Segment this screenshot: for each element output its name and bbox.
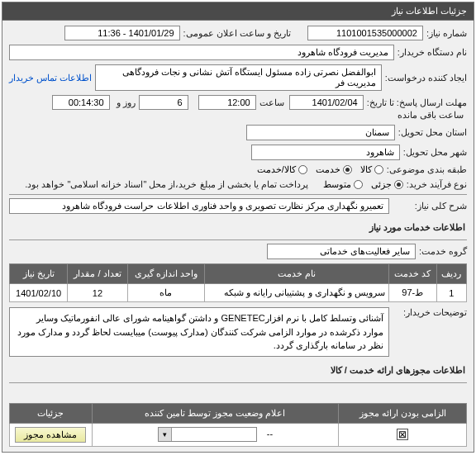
permit-required-cell: ⊠ [339, 423, 467, 446]
subject-type-group: کالا خدمت کالا/خدمت [257, 164, 383, 175]
view-permit-button[interactable]: مشاهده مجوز [15, 427, 86, 443]
deadline-date: 1401/02/04 [289, 95, 364, 110]
status-select[interactable]: ▾ [158, 427, 257, 442]
request-no-field: 1101001535000002 [307, 26, 423, 40]
remaining-label: ساعت باقی مانده [397, 110, 464, 121]
process-group: جزئی متوسط [323, 179, 403, 190]
remaining-time: 00:14:30 [52, 95, 110, 110]
province-label: استان محل تحویل: [398, 127, 467, 138]
cell-date: 1401/02/10 [10, 284, 68, 302]
th-idx: ردیف [436, 264, 466, 284]
panel-title: جزئیات اطلاعات نیاز [2, 2, 474, 21]
city-label: شهر محل تحویل: [403, 147, 467, 158]
radio-medium[interactable]: متوسط [323, 179, 363, 190]
subject-type-label: طبقه بندی موضوعی: [387, 164, 467, 175]
main-title-field: تعمیرو نگهداری مرکز نظارت تصویری و واحد … [9, 198, 389, 214]
th-unit: واحد اندازه گیری [127, 264, 204, 284]
required-checkbox[interactable]: ⊠ [397, 429, 408, 440]
cell-idx: 1 [436, 284, 466, 302]
announce-field: 1401/01/29 - 11:36 [64, 26, 180, 40]
permits-table: الزامی بودن ارائه مجوز اعلام وضعیت مجوز … [9, 403, 467, 447]
radio-both[interactable]: کالا/خدمت [257, 164, 307, 175]
radio-partial[interactable]: جزئی [371, 179, 403, 190]
services-header: اطلاعات خدمات مورد نیاز [9, 219, 467, 236]
permits-header: اطلاعات مجوزهای ارائه خدمت / کالا [9, 362, 467, 379]
table-row: 1 ط-97 سرویس و نگهداری و پشتیبانی رایانه… [10, 284, 467, 302]
buyer-notes-field: آشنائی وتسلط کامل با نرم افزارGENETEC و … [9, 307, 389, 357]
permit-row: ⊠ -- ▾ مشاهده مجوز [10, 423, 467, 446]
radio-partial-label: جزئی [371, 179, 392, 190]
cell-code: ط-97 [388, 284, 436, 302]
time-label-1: ساعت [259, 97, 284, 108]
chevron-down-icon: ▾ [159, 428, 172, 441]
buyer-label: نام دستگاه خریدار: [397, 47, 467, 58]
buyer-field: مدیریت فرودگاه شاهرود [9, 45, 394, 60]
radio-medium-label: متوسط [323, 179, 351, 190]
permit-details-cell: مشاهده مجوز [10, 423, 93, 446]
process-label: نوع فرآیند خرید: [407, 179, 467, 190]
permit-status-cell: -- ▾ [92, 423, 339, 446]
th-code: کد خدمت [388, 264, 436, 284]
cell-unit: ماه [127, 284, 204, 302]
th-status: اعلام وضعیت مجوز توسط تامین کننده [92, 403, 339, 423]
contact-link[interactable]: اطلاعات تماس خریدار [9, 73, 92, 83]
creator-label: ایجاد کننده درخواست: [385, 73, 467, 83]
deadline-time: 12:00 [198, 95, 256, 110]
panel-body: شماره نیاز: 1101001535000002 تاریخ و ساع… [2, 21, 474, 452]
status-dash: -- [267, 429, 273, 439]
radio-goods-label: کالا [360, 164, 372, 175]
th-details: جزئیات [10, 403, 93, 423]
request-no-label: شماره نیاز: [426, 28, 467, 39]
announce-label: تاریخ و ساعت اعلان عمومی: [183, 28, 291, 39]
services-table: ردیف کد خدمت نام خدمت واحد اندازه گیری ت… [9, 263, 467, 302]
th-required: الزامی بودن ارائه مجوز [339, 403, 467, 423]
radio-goods[interactable]: کالا [360, 164, 383, 175]
deadline-label: مهلت ارسال پاسخ: تا تاریخ: [367, 97, 467, 108]
th-name: نام خدمت [204, 264, 388, 284]
th-qty: تعداد / مقدار [68, 264, 127, 284]
radio-service[interactable]: خدمت [316, 164, 352, 175]
cell-name: سرویس و نگهداری و پشتیبانی رایانه و شبکه [204, 284, 388, 302]
main-title-label: شرح کلی نیاز: [393, 201, 467, 211]
radio-both-label: کالا/خدمت [257, 164, 296, 175]
radio-service-label: خدمت [316, 164, 340, 175]
service-group-label: گروه خدمت: [419, 246, 467, 257]
service-group-field: سایر فعالیت‌های خدماتی [267, 244, 416, 259]
payment-note: پرداخت تمام یا بخشی از مبلغ خرید،از محل … [25, 179, 308, 190]
th-date: تاریخ نیاز [10, 264, 68, 284]
creator-field: ابوالفضل نصرتی زاده مسئول ایستگاه آتش نش… [95, 64, 382, 91]
province-field: سمنان [246, 125, 395, 140]
cell-qty: 12 [68, 284, 127, 302]
details-panel: جزئیات اطلاعات نیاز شماره نیاز: 11010015… [2, 2, 474, 453]
days-field: 6 [139, 95, 188, 110]
buyer-notes-label: توضیحات خریدار: [393, 307, 467, 318]
days-label: روز و [117, 97, 136, 108]
city-field: شاهرود [251, 145, 400, 160]
